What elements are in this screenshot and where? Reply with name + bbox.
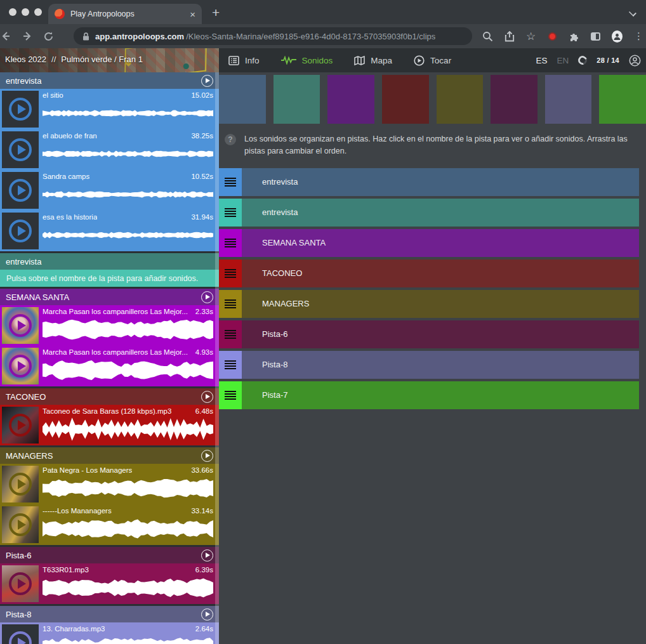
- language-en-button[interactable]: EN: [557, 56, 569, 65]
- play-track-icon[interactable]: [201, 75, 213, 87]
- track-row[interactable]: Pista-7: [219, 381, 639, 409]
- address-bar[interactable]: app.antropoloops.com /Kleos-Santa-Marina…: [74, 27, 472, 45]
- project-map-thumbnail[interactable]: Kleos 2022 // Pulmón verde / Fran 1: [0, 48, 219, 72]
- drag-handle[interactable]: [219, 229, 242, 257]
- clip-row[interactable]: ------Los Mananagers 33.14s: [0, 504, 219, 545]
- track-header[interactable]: entrevista: [0, 72, 219, 89]
- breadcrumb: Kleos 2022 // Pulmón verde / Fran 1: [5, 55, 143, 64]
- clip-thumbnail[interactable]: [2, 407, 39, 444]
- drag-handle[interactable]: [219, 381, 242, 409]
- clip-thumbnail[interactable]: [2, 348, 39, 384]
- clip-row[interactable]: Marcha Pasan los campanilleros Las Mejor…: [0, 305, 219, 346]
- play-track-icon[interactable]: [201, 391, 213, 403]
- drag-handle[interactable]: [219, 168, 242, 196]
- track-name: entrevista: [6, 257, 213, 266]
- track-row-name[interactable]: Pista-7: [262, 390, 287, 400]
- track-row-name[interactable]: Pista-6: [262, 329, 287, 339]
- waveform: [43, 476, 213, 501]
- clip-thumbnail[interactable]: [2, 307, 39, 344]
- track-row-name[interactable]: entrevista: [262, 207, 298, 217]
- clip-thumbnail[interactable]: [2, 466, 39, 503]
- back-button[interactable]: [0, 30, 22, 42]
- track-header[interactable]: Pista-6: [0, 547, 219, 563]
- clip-title: Pata Negra - Los Managers: [43, 466, 132, 474]
- browser-menu-icon[interactable]: ⋮: [633, 31, 644, 42]
- window-close-button[interactable]: [9, 8, 16, 16]
- play-track-icon[interactable]: [201, 608, 213, 621]
- track-row[interactable]: entrevista: [219, 168, 639, 196]
- track-header[interactable]: TACONEO: [0, 388, 219, 405]
- track-row-name[interactable]: Pista-8: [262, 360, 287, 369]
- play-track-icon[interactable]: [201, 549, 213, 562]
- tab-mapa[interactable]: Mapa: [354, 56, 392, 65]
- track-row[interactable]: entrevista: [219, 199, 639, 227]
- track-header[interactable]: entrevista: [0, 253, 219, 270]
- clip-row[interactable]: el abuelo de fran 38.25s: [0, 129, 219, 170]
- clip-row[interactable]: 13. Charradas.mp3 2.64s: [0, 622, 219, 644]
- drag-handle[interactable]: [219, 351, 242, 379]
- help-icon: ?: [225, 134, 236, 145]
- clip-thumbnail[interactable]: [2, 565, 39, 602]
- reload-button[interactable]: [43, 31, 65, 42]
- track-row[interactable]: MANAGERS: [219, 290, 639, 318]
- forward-button[interactable]: [22, 30, 43, 42]
- track-row[interactable]: Pista-6: [219, 320, 639, 348]
- tab-info[interactable]: Info: [228, 56, 260, 65]
- drag-handle[interactable]: [219, 199, 242, 227]
- clip-row[interactable]: Taconeo de Sara Baras (128 kbps).mp3 6.4…: [0, 405, 219, 445]
- track-header[interactable]: Pista-8: [0, 606, 219, 622]
- clip-thumbnail[interactable]: [2, 91, 39, 128]
- zoom-search-icon[interactable]: [482, 31, 493, 42]
- track-list: entrevista entrevista SEMANA SANTA TACON…: [219, 168, 646, 409]
- clip-row[interactable]: el sitio 15.02s: [0, 89, 219, 129]
- bookmark-star-icon[interactable]: ☆: [525, 31, 536, 42]
- clip-title: Sandra camps: [43, 173, 89, 180]
- clips-sidebar: entrevista el sitio 15.02s el abuelo de …: [0, 72, 219, 644]
- drag-handle[interactable]: [219, 260, 242, 287]
- clip-duration: 2.64s: [195, 625, 213, 633]
- side-panel-icon[interactable]: [590, 31, 601, 42]
- profile-avatar-icon[interactable]: [612, 31, 623, 42]
- track-row[interactable]: Pista-8: [219, 351, 639, 379]
- track-row[interactable]: SEMANA SANTA: [219, 229, 639, 257]
- tab-close-icon[interactable]: ×: [190, 10, 195, 19]
- play-track-icon[interactable]: [201, 450, 213, 462]
- track-row[interactable]: TACONEO: [219, 260, 639, 287]
- extensions-puzzle-icon[interactable]: [569, 31, 579, 42]
- clip-thumbnail[interactable]: [2, 506, 39, 543]
- browser-window: Play Antropoloops × + app.antropoloops.c…: [0, 0, 646, 644]
- clip-row[interactable]: esa es la historia 31.94s: [0, 211, 219, 251]
- track-header[interactable]: SEMANA SANTA: [0, 289, 219, 305]
- clip-row[interactable]: T633R01.mp3 6.39s: [0, 563, 219, 604]
- clip-thumbnail[interactable]: [2, 131, 39, 168]
- clip-thumbnail[interactable]: [2, 213, 39, 249]
- language-es-button[interactable]: ES: [536, 56, 547, 65]
- track-row-name[interactable]: entrevista: [262, 177, 298, 187]
- clip-title: Marcha Pasan los campanilleros Las Mejor…: [43, 308, 188, 315]
- clip-row[interactable]: Sandra camps 10.52s: [0, 170, 219, 211]
- waveform: [43, 634, 213, 644]
- clip-row[interactable]: Marcha Pasan los campanilleros Las Mejor…: [0, 346, 219, 386]
- window-zoom-button[interactable]: [34, 8, 42, 16]
- tab-list-chevron-icon[interactable]: [630, 10, 636, 16]
- track-row-name[interactable]: TACONEO: [262, 268, 302, 278]
- clip-row[interactable]: Pata Negra - Los Managers 33.66s: [0, 464, 219, 504]
- track-row-name[interactable]: SEMANA SANTA: [262, 238, 326, 247]
- tab-tocar[interactable]: Tocar: [414, 55, 451, 66]
- clip-title: T633R01.mp3: [43, 566, 89, 574]
- share-icon[interactable]: [504, 31, 515, 42]
- track-header[interactable]: MANAGERS: [0, 447, 219, 464]
- record-extension-icon[interactable]: [547, 31, 558, 42]
- account-icon[interactable]: [629, 55, 641, 67]
- track-row-name[interactable]: MANAGERS: [262, 299, 309, 308]
- new-tab-button[interactable]: +: [212, 5, 220, 20]
- window-minimize-button[interactable]: [22, 8, 29, 16]
- url-path: /Kleos-Santa-Marina/eef89185-e916-4d0d-8…: [186, 32, 435, 41]
- drag-handle[interactable]: [219, 290, 242, 318]
- browser-tab[interactable]: Play Antropoloops ×: [48, 4, 202, 24]
- tab-sonidos[interactable]: Sonidos: [281, 56, 333, 65]
- clip-thumbnail[interactable]: [2, 624, 39, 644]
- play-track-icon[interactable]: [201, 291, 213, 303]
- clip-thumbnail[interactable]: [2, 172, 39, 209]
- drag-handle[interactable]: [219, 320, 242, 348]
